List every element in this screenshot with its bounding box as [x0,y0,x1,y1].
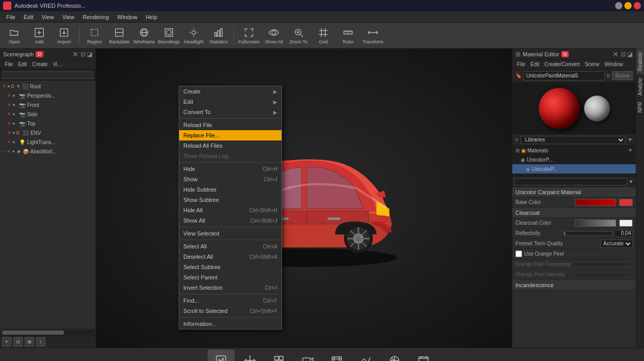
mat-link-icon[interactable]: ⎘ [607,73,610,79]
vp-materials-button[interactable]: Materials [265,350,292,362]
cm-find[interactable]: Find... Ctrl+F [179,295,281,306]
mat-scene-button[interactable]: Scene [612,71,633,80]
mat-orange-peel-checkbox[interactable] [515,250,522,257]
cm-select-subtree[interactable]: Select Subtree [179,262,281,272]
sg-menu-edit[interactable]: Edit [15,61,29,68]
mat-reflectivity-slider[interactable] [563,231,612,236]
tree-node-front[interactable]: ✕ ● 📷 Front [0,100,96,109]
toolbar-headlight-button[interactable]: Headlight [182,24,205,47]
menu-file[interactable]: File [2,13,20,21]
cm-deselect-all[interactable]: Deselect All Ctrl+Shift+A [179,252,281,262]
scenegraph-close-icon[interactable]: ✕ [72,50,78,58]
vp-curves-button[interactable]: Curves [352,350,379,362]
mat-menu-file[interactable]: File [514,61,528,68]
mat-tree-node-unicolorp1[interactable]: ◉ UnicolorP... [512,155,636,164]
maximize-button[interactable] [624,2,632,9]
sg-menu-file[interactable]: File [2,61,15,68]
cm-show-all[interactable]: Show All Ctrl+Shift+J [179,215,281,226]
sg-menu-create[interactable]: Create [29,61,50,68]
mat-section-incandescence[interactable]: Incandescence [512,280,636,290]
toolbar-backplate-button[interactable]: Backplate [108,24,131,47]
cm-create[interactable]: Create ▶ [179,86,281,97]
material-search-input[interactable] [514,178,627,185]
toolbar-import-button[interactable]: Import [53,24,75,47]
material-library-select[interactable]: Libraries [521,136,625,144]
tree-node-side[interactable]: ✕ ● 📷 Side [0,109,96,119]
mat-search-filter-icon[interactable]: ▼ [629,179,634,184]
cm-view-selected[interactable]: View Selected [179,228,281,239]
toolbar-zoom-to-button[interactable]: Zoom To [287,24,310,47]
tree-node-env[interactable]: ✕ ● D ⬛ ENV [0,128,96,137]
mat-reflectivity-value[interactable] [614,230,633,237]
scenegraph-scrollbar-thumb[interactable] [2,331,64,335]
mat-clearcoat-color-gradient[interactable] [575,219,616,227]
mat-detach-icon[interactable]: ⊟ [621,51,626,58]
toolbar-add-button[interactable]: Add [28,24,51,47]
toolbar-boundings-button[interactable]: Boundings [158,24,180,47]
cm-hide-subtree[interactable]: Hide Subtree [179,184,281,195]
material-name-input[interactable] [524,71,605,81]
cm-invert-selection[interactable]: Invert Selection Ctrl+I [179,282,281,293]
toolbar-grid-button[interactable]: Grid [312,24,335,47]
vp-render-button[interactable]: Render [410,350,437,362]
toolbar-open-button[interactable]: Open [3,24,26,47]
toolbar-transform-button[interactable]: Transform [362,24,384,47]
mat-close-icon[interactable]: ✕ [612,50,619,58]
cm-scroll-to-selected[interactable]: Scroll to Selected Ctrl+Shift+F [179,306,281,316]
cm-reload-file[interactable]: Reload File [179,120,281,130]
scenegraph-detach-icon[interactable]: ⊟ [81,51,86,58]
sg-link-button[interactable]: ⊙ [13,337,23,347]
cm-edit[interactable]: Edit ▶ [179,97,281,107]
mat-menu-window[interactable]: Window [602,61,626,68]
mat-lib-filter-icon[interactable]: ▼ [627,137,633,143]
cm-convert-to[interactable]: Convert To ▶ [179,107,281,117]
sg-add-button[interactable]: + [2,337,11,347]
vp-transform-button[interactable]: Transform [237,350,263,362]
scenegraph-search-input[interactable] [2,71,93,79]
minimize-button[interactable] [615,2,622,9]
mat-section-carpaint[interactable]: Unicolor Carpaint Material [512,187,636,197]
toolbar-wireframe-button[interactable]: Wireframe [133,24,155,47]
mat-base-color-swatch[interactable] [619,199,633,206]
tab-npr[interactable]: NPR [636,99,644,116]
mat-menu-edit[interactable]: Edit [528,61,542,68]
cm-replace-file[interactable]: Replace File... [179,130,281,140]
toolbar-fullscreen-button[interactable]: Fullscreen [238,24,260,47]
menu-help[interactable]: Help [142,13,162,21]
vp-clips-button[interactable]: Clips [323,350,350,362]
tree-node-lighttrans[interactable]: ✕ ● 💡 LightTrans... [0,137,96,147]
tree-node-perspective[interactable]: ✕ ● 📷 Perspectiv... [0,91,96,100]
mat-menu-scene[interactable]: Scene [582,61,602,68]
cm-reload-all-files[interactable]: Reload All Files [179,140,281,151]
tree-node-alias[interactable]: ─ ✕ ● ▶ 📦 AliasWorl... [0,147,96,156]
vp-cameras-button[interactable]: Cameras [294,350,321,362]
viewport[interactable]: Create ▶ Edit ▶ Convert To ▶ Reload File… [96,49,512,348]
mat-base-color-gradient[interactable] [575,199,616,206]
menu-view[interactable]: View [38,13,58,21]
cm-hide-all[interactable]: Hide All Ctrl+Shift+H [179,205,281,215]
cm-select-all[interactable]: Select All Ctrl+A [179,241,281,252]
cm-show-subtree[interactable]: Show Subtree [179,195,281,205]
toolbar-statistics-button[interactable]: Statistics [207,24,230,47]
scenegraph-pin-icon[interactable]: ◪ [87,51,92,58]
vp-vsets-button[interactable]: VSets [381,350,408,362]
tree-node-top[interactable]: ✕ ● 📷 Top [0,119,96,128]
mat-pin-icon[interactable]: ◪ [627,51,633,58]
vp-graph-button[interactable]: Graph [208,350,234,362]
mat-section-clearcoat[interactable]: Clearcoat [512,208,636,218]
mat-tree-node-unicolorp2[interactable]: ◉ UnicolorP... [512,164,636,174]
toolbar-region-button[interactable]: Region [83,24,106,47]
tab-realistic[interactable]: Realistic [636,49,644,74]
mat-clearcoat-color-swatch[interactable] [619,219,633,227]
sg-arrow-button[interactable]: ↕ [36,337,45,347]
menu-window[interactable]: Window [113,13,142,21]
close-button[interactable] [634,2,641,9]
toolbar-ruler-button[interactable]: Ruler [337,24,359,47]
scenegraph-scrollbar[interactable] [0,329,96,335]
menu-edit[interactable]: Edit [20,13,38,21]
mat-fresnel-dropdown[interactable]: Accurate Fast [601,240,633,248]
tree-node-root[interactable]: ✕ ● D ▼ ⬛ Root [0,82,96,91]
cm-select-parent[interactable]: Select Parent [179,272,281,282]
menu-view2[interactable]: View [58,13,78,21]
menu-rendering[interactable]: Rendering [78,13,113,21]
